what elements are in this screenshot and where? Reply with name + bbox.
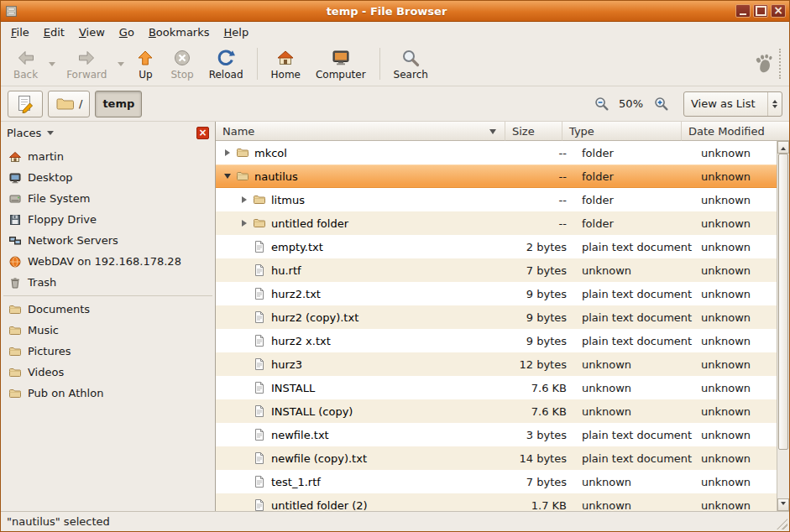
table-row[interactable]: nautilus--folderunknown xyxy=(216,164,789,188)
table-row[interactable]: newfile.txt3 bytesplain text documentunk… xyxy=(216,423,789,446)
zoom-in-button[interactable] xyxy=(651,95,670,113)
column-header-name[interactable]: Name xyxy=(216,122,505,141)
table-row[interactable]: untitled folder (2)1.7 KBunknownunknown xyxy=(216,493,789,511)
file-icon xyxy=(253,287,268,300)
sidebar-item-trash[interactable]: Trash xyxy=(1,272,215,293)
sidebar-item-pub-on-athlon[interactable]: Pub on Athlon xyxy=(1,383,215,404)
sidebar-item-label: Floppy Drive xyxy=(28,213,97,226)
column-header-type[interactable]: Type xyxy=(562,122,682,141)
scroll-up-button[interactable] xyxy=(777,141,789,154)
column-header-size[interactable]: Size xyxy=(505,122,562,141)
expander-expanded-icon[interactable] xyxy=(221,174,234,179)
scrollbar-thumb[interactable] xyxy=(778,154,788,450)
table-row[interactable]: hurz312 bytesunknownunknown xyxy=(216,352,789,376)
path-current-button[interactable]: temp xyxy=(95,91,142,117)
table-row[interactable]: INSTALL (copy)7.6 KBunknownunknown xyxy=(216,399,789,423)
status-text: "nautilus" selected xyxy=(7,515,110,528)
table-row[interactable]: newfile (copy).txt14 bytesplain text doc… xyxy=(216,446,789,470)
table-row[interactable]: empty.txt2 bytesplain text documentunkno… xyxy=(216,235,789,258)
places-selector[interactable]: Places xyxy=(7,127,196,139)
menu-go[interactable]: Go xyxy=(112,23,141,41)
up-button[interactable]: Up xyxy=(128,44,163,84)
close-button[interactable] xyxy=(771,4,786,18)
vertical-scrollbar[interactable] xyxy=(777,141,789,511)
places-label: Places xyxy=(7,127,41,139)
table-row[interactable]: test_1.rtf7 bytesunknownunknown xyxy=(216,470,789,493)
sidebar-item-label: Pub on Athlon xyxy=(28,387,103,399)
sidebar-item-floppy-drive[interactable]: Floppy Drive xyxy=(1,209,215,230)
table-row[interactable]: hu.rtf7 bytesunknownunknown xyxy=(216,258,789,282)
toolbar-grip[interactable] xyxy=(779,49,782,79)
sidebar-item-videos[interactable]: Videos xyxy=(1,362,215,383)
sidebar-item-network-servers[interactable]: Network Servers xyxy=(1,230,215,251)
table-row[interactable]: hurz2 x.txt9 bytesplain text documentunk… xyxy=(216,329,789,352)
file-date-modified: unknown xyxy=(694,170,789,183)
home-button[interactable]: Home xyxy=(264,44,308,84)
computer-button[interactable]: Computer xyxy=(308,44,374,84)
sidebar-item-label: Documents xyxy=(28,303,90,316)
close-sidebar-button[interactable] xyxy=(196,127,209,139)
trash-icon xyxy=(8,276,22,289)
menu-file[interactable]: File xyxy=(4,23,36,41)
toggle-location-entry-button[interactable] xyxy=(8,91,43,117)
sidebar-item-pictures[interactable]: Pictures xyxy=(1,341,215,362)
expander-collapsed-icon[interactable] xyxy=(221,149,234,156)
scrollbar-track[interactable] xyxy=(777,154,789,498)
file-type: unknown xyxy=(575,264,694,277)
file-date-modified: unknown xyxy=(694,452,789,465)
zoom-out-button[interactable] xyxy=(592,95,610,113)
toolbar-button-label: Forward xyxy=(66,69,107,81)
file-name: test_1.rtf xyxy=(271,476,321,488)
back-history-dropdown-button[interactable] xyxy=(45,44,59,84)
menu-edit[interactable]: Edit xyxy=(37,23,71,41)
titlebar[interactable]: temp - File Browser xyxy=(1,1,789,22)
table-row[interactable]: untitled folder--folderunknown xyxy=(216,211,789,235)
sidebar-item-music[interactable]: Music xyxy=(1,320,215,341)
path-root-button[interactable]: / xyxy=(48,91,90,117)
stop-button[interactable]: Stop xyxy=(163,44,201,84)
view-as-stepper-icon[interactable] xyxy=(767,92,782,116)
places-header: Places xyxy=(1,122,215,144)
file-type: plain text document xyxy=(575,335,694,347)
back-button[interactable]: Back xyxy=(6,44,45,84)
minimize-button[interactable] xyxy=(735,4,751,18)
menu-bookmarks[interactable]: Bookmarks xyxy=(142,23,217,41)
table-row[interactable]: mkcol--folderunknown xyxy=(216,141,789,164)
desktop-icon xyxy=(8,171,22,185)
forward-button[interactable]: Forward xyxy=(59,44,114,84)
folder-icon xyxy=(253,193,268,206)
sidebar-item-file-system[interactable]: File System xyxy=(1,188,215,209)
resize-grip[interactable] xyxy=(777,519,787,529)
table-row[interactable]: litmus--folderunknown xyxy=(216,188,789,211)
scroll-down-button[interactable] xyxy=(777,498,789,511)
file-date-modified: unknown xyxy=(694,499,789,512)
file-type: folder xyxy=(575,170,694,183)
sidebar-item-martin[interactable]: martin xyxy=(1,146,215,167)
file-icon xyxy=(253,240,268,253)
file-size: 7.6 KB xyxy=(518,405,575,418)
column-header-label: Date Modified xyxy=(688,125,765,138)
table-row[interactable]: hurz2.txt9 bytesplain text documentunkno… xyxy=(216,282,789,305)
file-name: untitled folder xyxy=(271,217,348,230)
menu-help[interactable]: Help xyxy=(217,23,256,41)
view-as-select[interactable]: View as List xyxy=(683,91,782,117)
menu-view[interactable]: View xyxy=(72,23,112,41)
expander-collapsed-icon[interactable] xyxy=(238,220,251,227)
sidebar-item-documents[interactable]: Documents xyxy=(1,299,215,320)
up-arrow-icon xyxy=(135,48,155,68)
maximize-button[interactable] xyxy=(753,4,768,18)
file-type: plain text document xyxy=(575,429,694,441)
forward-history-dropdown-button[interactable] xyxy=(114,44,128,84)
reload-button[interactable]: Reload xyxy=(201,44,251,84)
table-row[interactable]: hurz2 (copy).txt9 bytesplain text docume… xyxy=(216,305,789,329)
sidebar-item-desktop[interactable]: Desktop xyxy=(1,167,215,188)
file-icon xyxy=(253,310,268,324)
column-header-date-modified[interactable]: Date Modified xyxy=(682,122,789,141)
expander-collapsed-icon[interactable] xyxy=(238,196,251,203)
file-rows: mkcol--folderunknownnautilus--folderunkn… xyxy=(216,141,789,511)
file-type: plain text document xyxy=(575,288,694,300)
column-headers: NameSizeTypeDate Modified xyxy=(216,122,789,141)
search-button[interactable]: Search xyxy=(386,44,436,84)
sidebar-item-webdav-on-192-168-178-28[interactable]: WebDAV on 192.168.178.28 xyxy=(1,251,215,272)
table-row[interactable]: INSTALL7.6 KBunknownunknown xyxy=(216,376,789,399)
